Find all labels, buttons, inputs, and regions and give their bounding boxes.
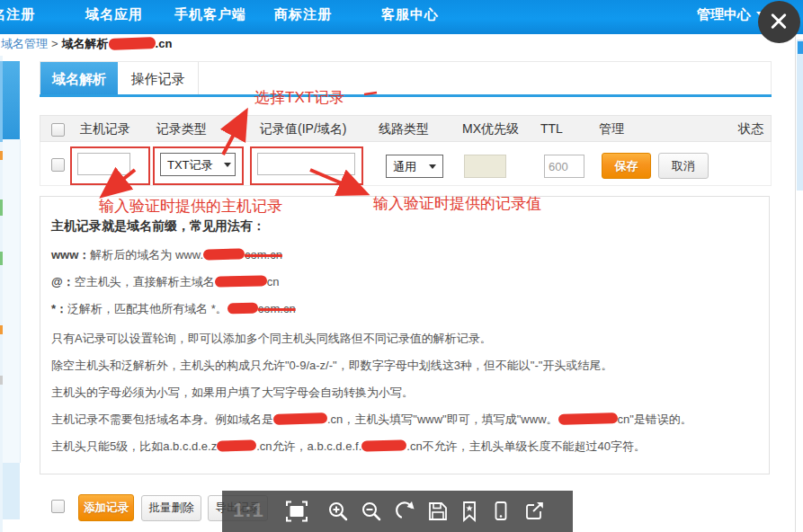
nav-item-customer-service[interactable]: 客服中心 [381,6,439,23]
bookmark-icon[interactable] [458,500,481,523]
help-line-lowercase: 主机头的字母必须为小写，如果用户填了大写字母会自动转换为小写。 [51,385,414,401]
column-header-manage: 管理 [599,121,624,137]
image-viewer-toolbar: 1:1 [222,491,573,532]
top-navbar: 名注册 域名应用 手机客户端 商标注册 客服中心 管理中心 [0,0,803,34]
column-header-status: 状态 [738,121,763,137]
line-type-value: 通用 [393,159,416,175]
redaction-scribble [361,439,406,451]
tab-underline [40,94,772,97]
annotation-value-hint: 输入验证时提供的记录值 [373,193,541,214]
column-header-value: 记录值(IP/域名) [260,121,346,137]
mx-priority-input [464,155,506,178]
column-header-ttl: TTL [540,121,563,136]
breadcrumb-domain-suffix: .cn [156,37,173,50]
table-header-row: 主机记录 记录类型 记录值(IP/域名) 线路类型 MX优先级 TTL 管理 状… [40,115,772,142]
tab-domain-resolution[interactable]: 域名解析 [40,62,118,96]
column-header-line: 线路类型 [379,121,429,137]
redaction-scribble [217,439,256,451]
nav-item-domain-register[interactable]: 名注册 [0,6,35,23]
breadcrumb-current-page: 域名解析 [62,37,109,50]
select-all-checkbox[interactable] [51,123,65,137]
redaction-scribble [558,412,617,425]
help-line-wildcard: *：泛解析，匹配其他所有域名 *。com.cn [51,301,296,317]
zoom-in-icon[interactable] [326,500,350,523]
actual-size-label: 1:1 [233,499,264,522]
help-line-charset: 除空主机头和泛解析外，主机头的构成只允许"0-9/a-z/-"，即数字字母中划线… [51,358,612,374]
help-line-a-record: 只有A记录可以设置轮询，即可以添加多个同主机头同线路但不同记录值的解析记录。 [51,331,492,347]
record-type-value: TXT记录 [167,157,213,173]
nav-item-mobile-client[interactable]: 手机客户端 [174,6,246,23]
column-header-type: 记录类型 [156,121,207,137]
chevron-down-icon [224,163,231,167]
breadcrumb-domain-management[interactable]: 域名管理 [1,37,48,50]
line-type-select[interactable]: 通用 [386,155,443,178]
device-icon[interactable] [489,500,513,523]
table-row: TXT记录 通用 保存 取消 [40,142,772,186]
breadcrumb-separator: > [51,37,58,50]
close-button[interactable] [758,1,800,43]
record-value-input[interactable] [257,153,355,175]
redaction-scribble [228,303,258,315]
share-icon[interactable] [523,500,547,523]
breadcrumb: 域名管理>域名解析.cn [0,36,172,54]
save-icon[interactable] [426,500,450,523]
save-button[interactable]: 保存 [602,153,651,179]
ttl-input[interactable] [544,155,584,178]
fit-screen-icon[interactable] [285,500,308,523]
help-line-levels: 主机头只能5级，比如a.b.c.d.e.z.cn允许，a.b.c.d.e.f..… [51,439,646,455]
redaction-scribble [108,37,155,50]
chevron-down-icon [429,164,436,169]
help-line-www: www：解析后的域名为 www.com.cn [51,247,282,263]
column-header-host: 主机记录 [80,121,130,137]
manage-center-label: 管理中心 [697,6,751,22]
bottom-select-all-checkbox[interactable] [51,500,65,513]
left-sidebar-sliver-bottom [3,463,20,519]
zoom-out-icon[interactable] [360,500,383,523]
redaction-scribble [203,248,245,260]
column-header-mx: MX优先级 [462,121,519,137]
left-sidebar-sliver-body [3,139,21,463]
host-record-input[interactable] [77,153,130,175]
left-sidebar-sliver-top [3,61,20,139]
redaction-scribble [215,275,267,288]
annotation-select-txt: 选择TXT记录 [254,87,344,108]
redaction-scribble [273,412,327,425]
help-line-no-domain: 主机记录不需要包括域名本身。例如域名是.cn，主机头填写"www"即可，填写成"… [51,412,692,428]
right-edge-panel [797,40,803,191]
nav-item-trademark[interactable]: 商标注册 [274,6,332,23]
help-line-at: @：空主机头，直接解析主域名cn [51,274,279,290]
batch-delete-button[interactable]: 批量删除 [141,495,201,521]
rotate-icon[interactable] [394,500,417,523]
annotation-host-hint: 输入验证时提供的主机记录 [99,196,282,217]
record-type-select[interactable]: TXT记录 [160,153,236,176]
nav-item-domain-apps[interactable]: 域名应用 [85,6,143,23]
tab-bar: 域名解析 操作记录 [40,61,772,96]
right-page-border [795,34,796,532]
right-edge-fragment [798,41,803,54]
add-record-button[interactable]: 添加记录 [78,494,134,521]
tab-operation-log[interactable]: 操作记录 [118,62,199,96]
row-checkbox[interactable] [51,158,65,172]
help-title: 主机记录就是域名前缀，常见用法有： [51,218,265,235]
nav-item-manage-center[interactable]: 管理中心 [697,6,765,23]
cancel-button[interactable]: 取消 [658,153,709,179]
